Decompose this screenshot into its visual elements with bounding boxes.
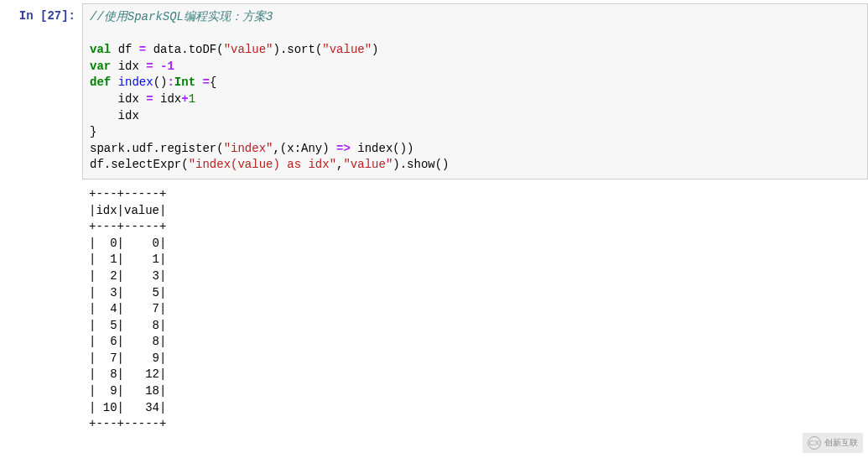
kw-var: var — [90, 60, 111, 73]
op-arrow: => — [336, 142, 351, 155]
code-text: df.selectExpr( — [90, 158, 189, 171]
fn-index: index — [118, 75, 153, 89]
kw-val: val — [90, 43, 111, 56]
output-table: +---+-----+ |idx|value| +---+-----+ | 0|… — [82, 183, 868, 436]
code-text: () — [153, 75, 168, 89]
num-neg1: -1 — [160, 60, 174, 73]
op-plus: + — [181, 92, 188, 106]
var-df: df — [118, 43, 133, 56]
indent — [90, 109, 118, 122]
code-text: } — [90, 125, 96, 138]
num-1: 1 — [189, 92, 195, 106]
op-eq: = — [139, 43, 146, 56]
str-index: "index" — [224, 142, 273, 155]
code-text: ).sort( — [273, 43, 322, 56]
watermark: CX 创新互联 — [803, 433, 863, 436]
code-input[interactable]: //使用SparkSQL编程实现：方案3 val df = data.toDF(… — [82, 3, 868, 180]
str-expr2: "value" — [343, 158, 392, 171]
code-text: ).show() — [392, 158, 449, 171]
str-expr1: "index(value) as idx" — [189, 158, 336, 171]
op-eq: = — [146, 92, 153, 106]
code-text: idx — [118, 109, 139, 122]
code-text: idx — [153, 92, 182, 106]
input-prompt: In [27]: — [0, 3, 82, 25]
code-text: idx — [118, 92, 147, 106]
type-int: Int — [174, 75, 195, 89]
colon: : — [167, 75, 174, 89]
op-eq: = — [146, 60, 153, 73]
str-value1: "value" — [224, 43, 273, 56]
code-text: spark.udf.register( — [90, 142, 224, 155]
kw-def: def — [90, 75, 111, 89]
code-text: ) — [372, 43, 378, 56]
code-text: index()) — [351, 142, 414, 155]
op-eq: = — [202, 75, 209, 89]
str-value2: "value" — [322, 43, 372, 56]
indent — [90, 92, 118, 106]
code-text: { — [210, 75, 216, 89]
output-prompt — [0, 183, 82, 188]
code-text: data.toDF( — [146, 43, 223, 56]
code-comment: //使用SparkSQL编程实现：方案3 — [90, 10, 273, 23]
var-idx: idx — [118, 60, 139, 73]
code-text: ,(x:Any) — [273, 142, 336, 155]
